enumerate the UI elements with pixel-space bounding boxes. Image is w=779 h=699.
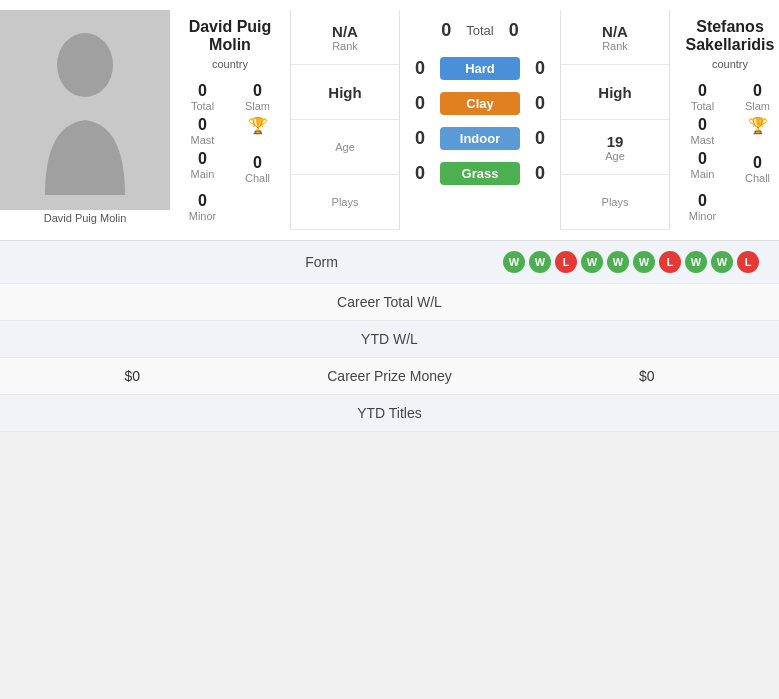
left-trophy-icon-wrapper: 🏆 [235,116,280,146]
right-player-name: Stefanos Sakellaridis [680,18,779,54]
row-label-3: Career Prize Money [140,368,639,384]
left-high-block: High [291,65,399,120]
left-total-stat: 0 Total [180,82,225,112]
hard-left-score: 0 [410,58,430,79]
right-trophy-icon-wrapper: 🏆 [735,116,779,146]
indoor-button[interactable]: Indoor [440,127,520,150]
row-label-2: YTD W/L [140,331,639,347]
hard-surface-row: 0 Hard 0 [410,51,550,86]
left-minor-stat: 0 Minor [180,192,225,222]
svg-point-0 [57,33,113,97]
total-row: 0 Total 0 [436,10,523,51]
form-badge-1: W [529,251,551,273]
right-slam-stat: 0 Slam [735,82,779,112]
clay-right-score: 0 [530,93,550,114]
hard-right-score: 0 [530,58,550,79]
right-player-stats-grid: 0 Total 0 Slam 0 Mast 🏆 0 Main [680,82,779,222]
left-chall-stat: 0 Chall [235,154,280,184]
left-main-stat: 0 Main [180,150,225,184]
grass-left-score: 0 [410,163,430,184]
form-badge-0: W [503,251,525,273]
form-badge-4: W [607,251,629,273]
left-trophy-icon: 🏆 [248,116,268,135]
total-label: Total [466,23,493,38]
middle-section: 0 Total 0 0 Hard 0 0 Clay 0 0 Indoor 0 0 [400,10,560,230]
right-total-stat: 0 Total [680,82,725,112]
right-plays-block: Plays [561,175,669,230]
row-left-3: $0 [20,368,140,384]
grass-button[interactable]: Grass [440,162,520,185]
right-player-country: country [680,58,779,70]
left-player-photo-wrapper: David Puig Molin [0,10,170,230]
stats-row-0: FormWWLWWWLWWL [0,241,779,284]
left-mast-stat: 0 Mast [180,116,225,146]
form-badge-5: W [633,251,655,273]
clay-surface-row: 0 Clay 0 [410,86,550,121]
indoor-right-score: 0 [530,128,550,149]
right-player-info: Stefanos Sakellaridis country 0 Total 0 … [670,10,779,230]
indoor-left-score: 0 [410,128,430,149]
left-player-stats-grid: 0 Total 0 Slam 0 Mast 🏆 0 Main [180,82,280,222]
right-minor-stat: 0 Minor [680,192,725,222]
grass-surface-row: 0 Grass 0 [410,156,550,191]
left-age-block: Age [291,120,399,175]
stats-row-3: $0Career Prize Money$0 [0,358,779,395]
indoor-surface-row: 0 Indoor 0 [410,121,550,156]
left-slam-stat: 0 Slam [235,82,280,112]
form-badge-3: W [581,251,603,273]
right-chall-stat: 0 Chall [735,154,779,184]
grass-right-score: 0 [530,163,550,184]
stats-row-2: YTD W/L [0,321,779,358]
hard-button[interactable]: Hard [440,57,520,80]
right-center-stats: N/A Rank High 19 Age Plays [560,10,670,230]
stats-rows: FormWWLWWWLWWLCareer Total W/LYTD W/L$0C… [0,240,779,432]
row-right-3: $0 [639,368,759,384]
left-player-silhouette [30,25,140,195]
left-rank-block: N/A Rank [291,10,399,65]
left-player-name: David Puig Molin [180,18,280,54]
row-label-1: Career Total W/L [140,294,639,310]
right-mast-stat: 0 Mast [680,116,725,146]
stats-row-4: YTD Titles [0,395,779,432]
right-age-block: 19 Age [561,120,669,175]
form-badge-7: W [685,251,707,273]
player-section: David Puig Molin David Puig Molin countr… [0,0,779,240]
right-high-block: High [561,65,669,120]
row-label-4: YTD Titles [140,405,639,421]
clay-left-score: 0 [410,93,430,114]
right-trophy-icon: 🏆 [748,116,768,135]
left-player-photo [0,10,170,210]
left-player-country: country [180,58,280,70]
right-main-stat: 0 Main [680,150,725,184]
form-badge-6: L [659,251,681,273]
left-player-info: David Puig Molin country 0 Total 0 Slam … [170,10,290,230]
right-total-score: 0 [504,20,524,41]
form-badges: WWLWWWLWWL [503,251,759,273]
stats-row-1: Career Total W/L [0,284,779,321]
form-badge-9: L [737,251,759,273]
right-rank-block: N/A Rank [561,10,669,65]
left-total-score: 0 [436,20,456,41]
clay-button[interactable]: Clay [440,92,520,115]
form-label: Form [140,254,503,270]
main-container: David Puig Molin David Puig Molin countr… [0,0,779,432]
form-badge-2: L [555,251,577,273]
left-player-name-under: David Puig Molin [44,212,127,224]
form-badge-8: W [711,251,733,273]
left-center-stats: N/A Rank High Age Plays [290,10,400,230]
left-plays-block: Plays [291,175,399,230]
